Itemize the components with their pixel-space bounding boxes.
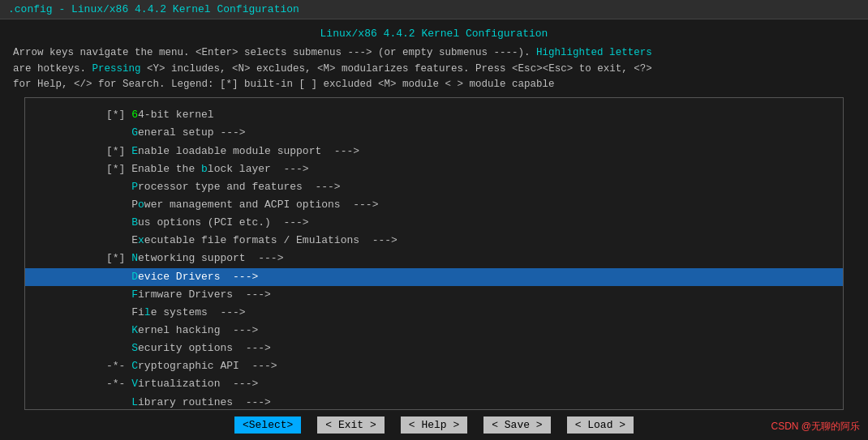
- highlighted-letters-label: Highlighted letters: [536, 47, 652, 58]
- watermark: CSDN @无聊的阿乐: [771, 420, 860, 434]
- menu-item-security[interactable]: Security options --->: [25, 340, 843, 357]
- menu-item-library[interactable]: Library routines --->: [25, 394, 843, 410]
- info-line-2: are hotkeys. Pressing <Y> includes, <N> …: [13, 62, 855, 77]
- title-text: .config - Linux/x86 4.4.2 Kernel Configu…: [8, 3, 299, 15]
- info-title: Linux/x86 4.4.2 Kernel Configuration: [13, 26, 855, 42]
- title-bar: .config - Linux/x86 4.4.2 Kernel Configu…: [0, 0, 868, 19]
- pressing-label: Pressing: [92, 63, 141, 75]
- menu-item-firmware[interactable]: Firmware Drivers --->: [25, 286, 843, 304]
- menu-item-block[interactable]: [*] Enable the block layer --->: [25, 160, 843, 178]
- menu-item-64bit[interactable]: [*] 64-bit kernel: [25, 106, 843, 124]
- exit-button[interactable]: < Exit >: [317, 417, 384, 434]
- menu-item-networking[interactable]: [*] Networking support --->: [25, 250, 843, 267]
- select-button[interactable]: <Select>: [234, 417, 301, 434]
- menu-container: [*] 64-bit kernel General setup ---> [*]…: [24, 97, 844, 410]
- load-button[interactable]: < Load >: [567, 417, 634, 434]
- menu-item-power[interactable]: Power management and ACPI options --->: [25, 196, 843, 214]
- info-line-1: Arrow keys navigate the menu. <Enter> se…: [13, 45, 855, 61]
- menu-item-filesystem[interactable]: File systems --->: [25, 304, 843, 322]
- help-button[interactable]: < Help >: [401, 417, 467, 434]
- menu-item-general[interactable]: General setup --->: [25, 124, 843, 142]
- save-button[interactable]: < Save >: [483, 417, 550, 434]
- menu-item-bus[interactable]: Bus options (PCI etc.) --->: [25, 214, 843, 232]
- menu-item-kernel[interactable]: Kernel hacking --->: [25, 322, 843, 340]
- info-line-3: for Help, </> for Search. Legend: [*] bu…: [13, 77, 855, 92]
- menu-item-processor[interactable]: Processor type and features --->: [25, 178, 843, 196]
- menu-item-executable[interactable]: Executable file formats / Emulations ---…: [25, 232, 843, 250]
- menu-item-loadable[interactable]: [*] Enable loadable module support --->: [25, 143, 843, 160]
- menu-item-device[interactable]: Device Drivers --->: [25, 268, 843, 286]
- info-area: Linux/x86 4.4.2 Kernel Configuration Arr…: [0, 19, 868, 97]
- menu-item-crypto[interactable]: -*- Cryptographic API --->: [25, 357, 843, 375]
- button-bar: <Select> < Exit > < Help > < Save > < Lo…: [0, 410, 868, 438]
- menu-item-virtualization[interactable]: -*- Virtualization --->: [25, 375, 843, 393]
